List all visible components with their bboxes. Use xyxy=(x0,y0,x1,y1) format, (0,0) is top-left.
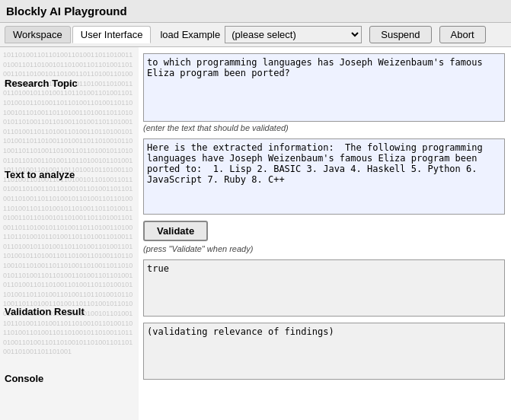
load-example-label: load Example xyxy=(160,29,220,40)
sidebar-labels: Research Topic Text to analyze Validatio… xyxy=(0,47,139,420)
text-to-analyze-textarea[interactable] xyxy=(143,138,505,215)
research-topic-textarea[interactable] xyxy=(143,53,505,122)
validation-result-label: Validation Result xyxy=(5,306,85,317)
validate-section: Validate (press "Validate" when ready) xyxy=(143,221,505,253)
tab-bar: Workspace User Interface load Example (p… xyxy=(0,23,511,47)
content-area: (enter the text that should be validated… xyxy=(139,47,511,420)
text-to-analyze-field xyxy=(143,138,505,215)
tab-user-interface[interactable]: User Interface xyxy=(72,26,152,43)
research-topic-label: Research Topic xyxy=(5,78,78,89)
sidebar: 1011010011011010011010011011010011010011… xyxy=(0,47,139,420)
validation-result-textarea[interactable] xyxy=(143,259,505,317)
validation-result-field xyxy=(143,259,505,317)
research-topic-field: (enter the text that should be validated… xyxy=(143,53,505,132)
console-textarea[interactable] xyxy=(143,323,505,380)
title-bar: Blockly AI Playground xyxy=(0,0,511,23)
console-field xyxy=(143,323,505,380)
main-area: 1011010011011010011010011011010011010011… xyxy=(0,47,511,420)
validate-button[interactable]: Validate xyxy=(143,221,208,241)
text-to-analyze-label: Text to analyze xyxy=(5,169,75,180)
load-example-select[interactable]: (please select) xyxy=(225,26,362,43)
suspend-button[interactable]: Suspend xyxy=(369,26,431,43)
console-label: Console xyxy=(5,373,43,384)
tab-workspace[interactable]: Workspace xyxy=(5,26,71,43)
abort-button[interactable]: Abort xyxy=(439,26,486,43)
app-title: Blockly AI Playground xyxy=(6,5,127,18)
research-topic-hint: (enter the text that should be validated… xyxy=(143,123,505,132)
validate-hint: (press "Validate" when ready) xyxy=(143,244,505,253)
